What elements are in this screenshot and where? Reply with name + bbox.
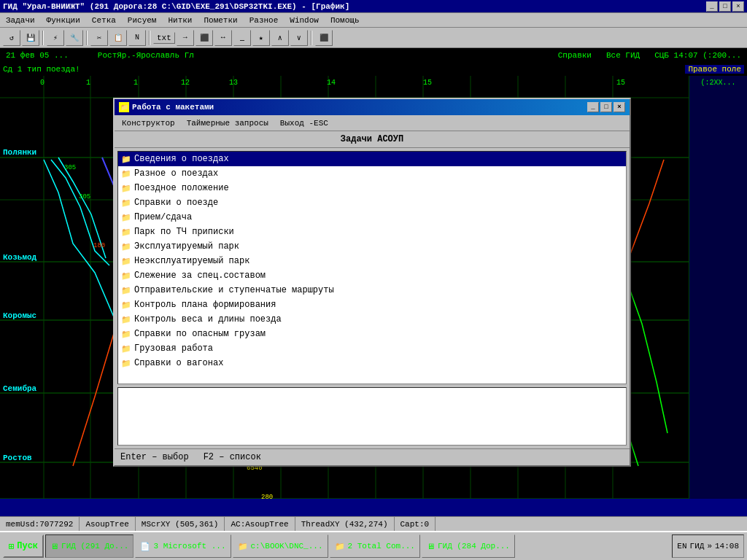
menu-risuem[interactable]: Рисуем [125, 15, 160, 26]
dialog-list[interactable]: 📁Сведения о поездах📁Разное о поездах📁Пое… [117, 151, 627, 384]
train-bar: Сд 1 тип поезда! Правое поле [0, 63, 747, 76]
status-bar: memUsd:7077292 AsoupTree MScrXY (505,361… [0, 516, 747, 531]
folder-icon: 📁 [121, 344, 131, 353]
menu-zadachi[interactable]: Задачи [3, 15, 38, 26]
dialog-minimize[interactable]: _ [587, 102, 599, 112]
title-controls: _ □ × [706, 1, 744, 12]
title-bar: ГИД "Урал-ВНИИЖТ" (291 Дорога:28 C:\GID\… [0, 0, 747, 13]
task-ms[interactable]: 📄 3 Microsoft ... [135, 534, 231, 558]
task-icon-3: 📁 [238, 542, 248, 551]
task-icon-1: 🖥 [50, 542, 58, 551]
list-item[interactable]: 📁Слежение за спец.составом [118, 268, 626, 283]
toolbar-btn-6[interactable]: 📋 [109, 30, 127, 46]
dialog-menu-timers[interactable]: Таймерные запросы [182, 117, 273, 129]
folder-icon: 📁 [121, 213, 131, 222]
toolbar-btn-11[interactable]: ⎯ [233, 30, 251, 46]
toolbar-btn-15[interactable]: ⬛ [315, 30, 333, 46]
minimize-button[interactable]: _ [706, 1, 718, 12]
toolbar-sep-3 [149, 31, 150, 45]
right-panel-text: (:2XX... [700, 79, 735, 87]
svg-text:1: 1 [133, 79, 138, 87]
svg-text:13: 13 [229, 79, 238, 87]
right-panel-label: Правое поле [685, 65, 744, 74]
task-icon-2: 📄 [140, 542, 150, 551]
menu-nitki[interactable]: Нитки [165, 15, 195, 26]
gid-indicator: ГИД [690, 542, 705, 551]
right-panel: (:2XX... [689, 76, 747, 499]
list-item[interactable]: 📁Контроль плана формирования [118, 298, 626, 312]
info-vse-gid[interactable]: Все ГИД [606, 51, 640, 60]
task-gid-2[interactable]: 🖥 ГИД (284 Дор... [422, 534, 515, 558]
task-total[interactable]: 📁 2 Total Com... [330, 534, 420, 558]
svg-text:15: 15 [423, 79, 432, 87]
toolbar-txt-btn[interactable]: txt [153, 32, 175, 44]
svg-text:280: 280 [261, 494, 273, 499]
lang-indicator[interactable]: EN [677, 542, 686, 551]
svg-text:Козьмод: Козьмод [3, 253, 37, 262]
list-item[interactable]: 📁Прием/сдача [118, 210, 626, 225]
toolbar-btn-10[interactable]: ↔ [214, 30, 232, 46]
dialog-menu-constructor[interactable]: Конструктор [117, 117, 179, 129]
menu-window[interactable]: Window [287, 15, 322, 26]
list-item[interactable]: 📁Справки о поезде [118, 195, 626, 210]
list-item[interactable]: 📁Отправительские и ступенчатые маршруты [118, 283, 626, 298]
list-item[interactable]: 📁Сведения о поездах [118, 152, 626, 166]
maximize-button[interactable]: □ [719, 1, 731, 12]
folder-icon: 📁 [121, 184, 131, 192]
folder-icon: 📁 [121, 155, 131, 163]
dialog-menu-exit[interactable]: Выход -ESC [276, 117, 333, 129]
status-capt: Capt:0 [395, 517, 436, 531]
toolbar-btn-12[interactable]: ★ [252, 30, 270, 46]
task-book[interactable]: 📁 c:\BOOK\DNC_... [233, 534, 328, 558]
toolbar-btn-14[interactable]: ∨ [290, 30, 308, 46]
toolbar-sep-4 [311, 31, 312, 45]
toolbar-btn-4[interactable]: 🔧 [66, 30, 83, 46]
dialog-window: 📁 Работа с макетами _ □ × Конструктор Та… [113, 98, 631, 467]
toolbar-btn-7[interactable]: N [128, 30, 146, 46]
dialog-close[interactable]: × [614, 102, 625, 112]
menu-raznoe[interactable]: Разное [247, 15, 282, 26]
more-indicator[interactable]: » [707, 542, 712, 551]
svg-text:180: 180 [93, 242, 105, 249]
task-gid-1[interactable]: 🖥 ГИД (291 До... [45, 534, 133, 558]
folder-icon: 📁 [121, 198, 131, 207]
menu-pomoshch[interactable]: Помощь [328, 15, 363, 26]
list-item[interactable]: 📁Неэксплуатируемый парк [118, 254, 626, 268]
menu-setka[interactable]: Сетка [89, 15, 119, 26]
toolbar-btn-2[interactable]: 💾 [22, 30, 39, 46]
status-asoup: AsoupTree [80, 517, 135, 531]
list-item[interactable]: 📁Грузовая работа [118, 341, 626, 356]
dialog-menu: Конструктор Таймерные запросы Выход -ESC [115, 115, 630, 131]
toolbar-btn-5[interactable]: ✂ [90, 30, 108, 46]
toolbar-btn-3[interactable]: ⚡ [47, 30, 64, 46]
list-item[interactable]: 📁Справки о вагонах [118, 356, 626, 370]
info-bar: 21 фев 05 ... РостЯр.-Ярославль Гл Справ… [0, 48, 747, 63]
list-item[interactable]: 📁Парк по ТЧ приписки [118, 225, 626, 239]
folder-icon: 📁 [121, 300, 131, 309]
svg-text:14: 14 [327, 79, 336, 87]
dialog-maximize[interactable]: □ [600, 102, 612, 112]
toolbar-btn-1[interactable]: ↺ [3, 30, 20, 46]
dialog-header-text: Задачи АСОУП [341, 134, 403, 144]
folder-icon: 📁 [121, 271, 131, 280]
dialog-title-bar[interactable]: 📁 Работа с макетами _ □ × [115, 99, 630, 115]
dialog-controls: _ □ × [587, 102, 625, 112]
list-item[interactable]: 📁Контроль веса и длины поезда [118, 312, 626, 327]
toolbar-btn-9[interactable]: ⬛ [196, 30, 213, 46]
list-item[interactable]: 📁Справки по опасным грузам [118, 327, 626, 341]
menu-pometki[interactable]: Пометки [201, 15, 240, 26]
close-button[interactable]: × [732, 1, 744, 12]
list-item[interactable]: 📁Разное о поездах [118, 166, 626, 181]
list-item[interactable]: 📁Поездное положение [118, 181, 626, 195]
svg-text:1: 1 [86, 79, 90, 87]
info-right: Справки Все ГИД СЦБ 14:07 (:200... [558, 51, 741, 60]
status-mscr: MScrXY (505,361) [136, 517, 225, 531]
info-spravki[interactable]: Справки [558, 51, 592, 60]
menu-funktsii[interactable]: Функции [44, 15, 83, 26]
svg-text:305: 305 [64, 164, 76, 171]
list-item[interactable]: 📁Эксплуатируемый парк [118, 239, 626, 254]
toolbar-btn-8[interactable]: → [177, 30, 194, 46]
toolbar-btn-13[interactable]: ∧ [271, 30, 289, 46]
windows-icon: ⊞ [9, 541, 14, 552]
start-button[interactable]: ⊞ Пуск [3, 534, 44, 558]
